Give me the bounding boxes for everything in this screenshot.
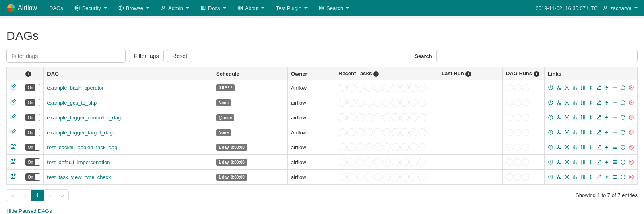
tree-icon[interactable] [556, 174, 561, 180]
task-status-circle[interactable] [418, 173, 426, 181]
tree-icon[interactable] [556, 144, 561, 150]
refresh-icon[interactable] [620, 130, 626, 135]
edit-icon[interactable] [10, 144, 16, 150]
task-status-circle[interactable] [409, 128, 417, 136]
bars-icon[interactable] [572, 159, 578, 165]
delete-icon[interactable] [628, 159, 634, 165]
task-status-circle[interactable] [409, 99, 417, 107]
task-status-circle[interactable] [392, 173, 400, 181]
task-status-circle[interactable] [356, 99, 364, 107]
dag-link[interactable]: example_trigger_controller_dag [47, 115, 121, 121]
task-status-circle[interactable] [400, 84, 409, 92]
duration-icon[interactable] [580, 130, 586, 135]
task-status-circle[interactable] [365, 173, 373, 181]
task-status-circle[interactable] [374, 128, 382, 136]
tree-icon[interactable] [556, 130, 561, 135]
trigger-icon[interactable] [548, 85, 553, 91]
col-schedule-header[interactable]: Schedule [213, 67, 288, 80]
task-status-circle[interactable] [365, 128, 373, 136]
task-status-circle[interactable] [418, 143, 426, 151]
duration-icon[interactable] [580, 85, 586, 91]
schedule-badge[interactable]: 1 day, 0:00:00 [216, 159, 247, 166]
schedule-badge[interactable]: None [216, 129, 231, 136]
dag-toggle[interactable]: On [25, 129, 40, 136]
task-status-circle[interactable] [339, 158, 347, 166]
task-status-circle[interactable] [374, 158, 382, 166]
task-status-circle[interactable] [418, 99, 426, 107]
refresh-icon[interactable] [620, 100, 626, 105]
task-status-circle[interactable] [409, 143, 417, 151]
trigger-icon[interactable] [548, 115, 553, 120]
gantt-icon[interactable] [604, 85, 610, 91]
landing-icon[interactable] [596, 100, 602, 105]
dagrun-status-circle[interactable] [514, 114, 521, 121]
task-status-circle[interactable] [339, 99, 347, 107]
page-first[interactable]: « [6, 190, 19, 201]
task-status-circle[interactable] [383, 173, 391, 181]
task-status-circle[interactable] [383, 113, 391, 121]
dag-toggle[interactable]: On [25, 114, 40, 121]
task-status-circle[interactable] [339, 113, 347, 121]
dagrun-status-circle[interactable] [514, 99, 521, 106]
task-status-circle[interactable] [365, 99, 373, 107]
landing-icon[interactable] [596, 115, 602, 120]
page-last[interactable]: » [56, 190, 68, 201]
trigger-icon[interactable] [548, 174, 553, 180]
landing-icon[interactable] [596, 174, 602, 180]
task-status-circle[interactable] [374, 84, 382, 92]
duration-icon[interactable] [580, 159, 586, 165]
col-dag-header[interactable]: DAG [44, 67, 213, 80]
page-next[interactable]: › [44, 190, 56, 201]
refresh-icon[interactable] [620, 144, 626, 150]
task-status-circle[interactable] [383, 158, 391, 166]
task-status-circle[interactable] [383, 128, 391, 136]
dagrun-status-circle[interactable] [506, 129, 513, 136]
gantt-icon[interactable] [604, 144, 610, 150]
dagrun-status-circle[interactable] [522, 144, 529, 151]
trigger-icon[interactable] [548, 130, 553, 135]
schedule-badge[interactable]: @once [216, 114, 234, 121]
search-input[interactable] [436, 50, 638, 62]
task-status-circle[interactable] [365, 143, 373, 151]
dagrun-status-circle[interactable] [514, 84, 521, 91]
task-status-circle[interactable] [418, 128, 426, 136]
task-status-circle[interactable] [400, 113, 409, 121]
task-status-circle[interactable] [356, 143, 364, 151]
edit-icon[interactable] [10, 129, 16, 135]
trigger-icon[interactable] [548, 100, 553, 105]
task-status-circle[interactable] [383, 84, 391, 92]
dagrun-status-circle[interactable] [506, 158, 513, 166]
bars-icon[interactable] [572, 174, 578, 180]
task-status-circle[interactable] [409, 173, 417, 181]
edit-icon[interactable] [10, 114, 16, 120]
duration-icon[interactable] [580, 115, 586, 120]
tree-icon[interactable] [556, 100, 561, 105]
task-status-circle[interactable] [356, 84, 364, 92]
task-status-circle[interactable] [374, 113, 382, 121]
nav-item-test-plugin[interactable]: Test Plugin [271, 1, 312, 15]
dag-toggle[interactable]: On [25, 144, 40, 151]
nav-item-browse[interactable]: Browse [114, 1, 154, 15]
dag-link[interactable]: example_bash_operator [47, 85, 103, 91]
dag-link[interactable]: test_task_view_type_check [47, 174, 111, 180]
retries-icon[interactable] [588, 174, 594, 180]
task-status-circle[interactable] [409, 84, 417, 92]
task-status-circle[interactable] [409, 113, 417, 121]
info-icon[interactable]: i [465, 71, 471, 77]
task-status-circle[interactable] [365, 113, 373, 121]
task-status-circle[interactable] [339, 173, 347, 181]
dag-toggle[interactable]: On [25, 99, 40, 106]
info-icon[interactable]: i [25, 71, 31, 77]
details-icon[interactable] [612, 159, 618, 165]
bars-icon[interactable] [572, 115, 578, 120]
task-status-circle[interactable] [400, 143, 409, 151]
info-icon[interactable]: i [373, 71, 379, 77]
page-prev[interactable]: ‹ [19, 190, 31, 201]
task-status-circle[interactable] [374, 143, 382, 151]
col-lastrun-header[interactable]: Last Run i [438, 67, 503, 80]
details-icon[interactable] [612, 115, 618, 120]
task-status-circle[interactable] [392, 158, 400, 166]
task-status-circle[interactable] [365, 158, 373, 166]
schedule-badge[interactable]: None [216, 99, 231, 106]
refresh-icon[interactable] [620, 115, 626, 120]
